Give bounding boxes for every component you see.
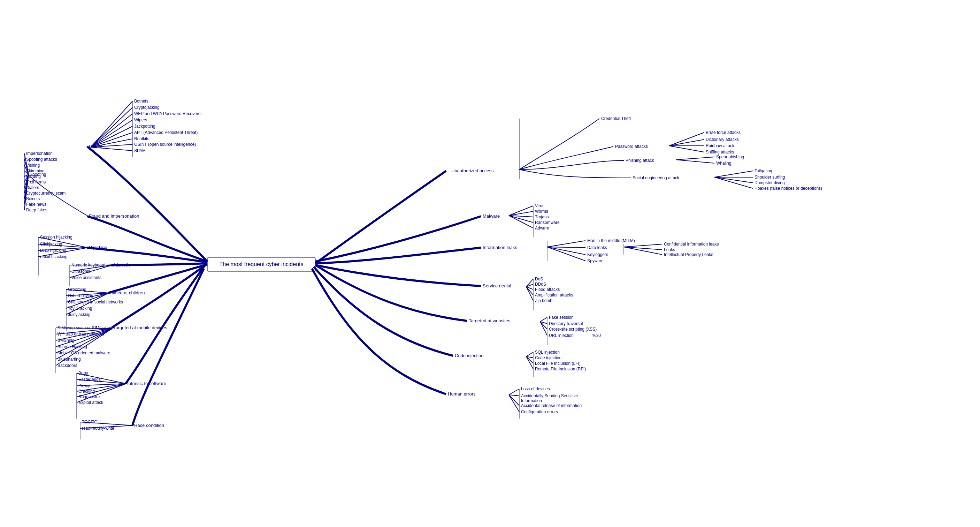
label-wep: WEP and WPA Password Recoverer xyxy=(134,111,202,116)
label-wifitrap: Wifi trap or trap networks xyxy=(57,332,104,337)
label-ip: Intellectual Property Leaks xyxy=(664,252,713,257)
label-challenges: Challenges in social networks xyxy=(68,300,123,305)
label-dos: DoS xyxy=(535,276,543,281)
line-keyloggers xyxy=(547,247,585,255)
label-sniffing: Sniffing attacks xyxy=(706,150,734,155)
line-bruteforce xyxy=(669,133,704,146)
line-credential xyxy=(519,118,600,169)
label-dumpster: Dumpster diving xyxy=(754,180,785,185)
line-wep xyxy=(91,114,132,147)
line-cryptojacking xyxy=(91,107,132,147)
label-trojans: Trojans xyxy=(535,214,549,219)
label-spam: SPAM xyxy=(134,148,146,153)
label-config: Configuration errors xyxy=(521,409,558,414)
line-sniffing xyxy=(669,146,704,152)
label-accrelease: Accidental release of information xyxy=(521,403,582,408)
label-fakesession: Fake session xyxy=(549,315,574,320)
mindmap: The most frequent cyber incidents Unauth… xyxy=(0,0,980,527)
label-confidential: Confidential information leaks xyxy=(664,242,719,247)
line-dictionary xyxy=(669,139,704,146)
center-label: The most frequent cyber incidents xyxy=(219,261,303,267)
label-websites: Targeted at websites xyxy=(469,318,511,323)
line-dumpster xyxy=(714,177,753,183)
label-clickjacking: Clickjacking xyxy=(40,242,62,247)
label-rfi: Remote File Inclusion (RFI) xyxy=(535,367,586,371)
label-codeinjection: Code injection xyxy=(455,353,484,358)
line-config xyxy=(509,395,519,412)
label-credential: Credential Theft xyxy=(601,116,631,121)
label-mitm: Man in the middle (MITM) xyxy=(587,238,635,243)
label-lossdevices: Loss of devices xyxy=(521,386,550,391)
label-piracy: Piracy xyxy=(78,383,90,388)
label-phishing: Phishing attack xyxy=(625,158,654,163)
line-tailgating xyxy=(714,171,753,177)
label-deepfakes: Deep fakes xyxy=(26,208,48,212)
line-others xyxy=(87,147,207,262)
label-intrinsic: Intrinsic to software xyxy=(127,381,166,386)
line-worms xyxy=(509,211,533,216)
label-mobilemalware: Mobile OS oriented malware xyxy=(57,351,110,355)
label-mobile: Targeted at mobile devices xyxy=(113,325,167,330)
line-sqlinjection xyxy=(526,352,533,356)
label-tailgating: Tailgating xyxy=(754,168,772,173)
line-denial xyxy=(315,265,481,286)
label-unauthorized: Unauthorized access xyxy=(451,168,494,173)
label-whaling: Whaling xyxy=(716,161,731,166)
label-grooming: Grooming xyxy=(68,287,86,292)
label-sessionhijack: Session hijacking xyxy=(40,235,73,240)
label-trollfarms: Troll farms xyxy=(26,180,46,185)
label-ultrasonic: Ultrasonic xyxy=(72,269,90,274)
label-readmodify: read-modify-write xyxy=(82,426,114,431)
label-keyloggers: Keyloggers xyxy=(587,252,608,257)
label-emailhijack: eMail hijacking xyxy=(40,254,68,259)
line-dataleaks xyxy=(547,247,585,248)
label-social: Social engineering attack xyxy=(633,176,679,180)
line-sendsensitive xyxy=(509,395,519,396)
label-sqlinjection: SQL injection xyxy=(535,350,560,355)
label-sendsensitive: Accidentally Sending Sensitive xyxy=(521,393,578,398)
label-hijacking: Hijacking xyxy=(89,245,107,250)
label-botnets: Botnets xyxy=(134,99,148,104)
line-codeinjection xyxy=(313,267,453,356)
label-humanerrors: Human errors xyxy=(448,391,476,396)
line-spear xyxy=(676,157,714,160)
label-osint: OSINT (open source intelligence) xyxy=(134,142,196,147)
label-dialers: Dialers xyxy=(26,185,39,190)
label-backdoors: Backdoors xyxy=(57,363,77,368)
label-jackpotting: Jackpotting xyxy=(134,124,156,129)
label-virus: Virus xyxy=(535,203,544,208)
label-bruteforce: Brute force attacks xyxy=(706,130,741,135)
label-codeinjection2: Code injection xyxy=(535,355,562,360)
line-virus xyxy=(509,206,533,216)
label-rainbow: Rainbow attack xyxy=(706,143,735,148)
label-sendsensitive2: Information xyxy=(521,398,542,403)
label-eastereggs: Easter eggs xyxy=(78,377,101,382)
label-race: Race condition xyxy=(134,423,164,428)
line-unauthorized xyxy=(315,171,446,264)
label-directory: Directory traversal xyxy=(549,321,583,326)
line-malware xyxy=(315,216,481,262)
label-bluesnarfing: Bluesnarfing xyxy=(57,357,81,362)
label-spear: Spear phishing xyxy=(716,155,744,160)
label-wipers: Wipers xyxy=(134,118,147,122)
label-voiceassistants: Voice assistants xyxy=(72,275,102,280)
label-urlinjection: URL injection xyxy=(549,333,574,338)
label-cryptoscam: Cryptocurrency scam xyxy=(26,191,65,196)
label-toycracking: Toy Cracking xyxy=(68,306,92,311)
label-rootkits: Rootkits xyxy=(134,136,149,141)
label-fraud: Fraud and impersonation xyxy=(89,214,139,219)
label-zipbomb: Zip bomb xyxy=(535,298,552,303)
label-children: Aimed at children xyxy=(110,290,145,295)
label-skimming: Skimming xyxy=(26,168,45,173)
label-flood: Flood attacks xyxy=(535,287,560,292)
label-numerickeyboard: Numeric keyboard sounds xyxy=(72,263,120,268)
line-mitm xyxy=(547,241,585,247)
label-infoleak: Information leaks xyxy=(483,245,517,250)
label-vishing: Vishing xyxy=(26,163,40,168)
label-shoulder: Shoulder surfing xyxy=(754,175,785,180)
label-malware: Malware xyxy=(483,214,500,219)
label-impersonation: Impersonation xyxy=(26,151,52,156)
label-lfi: Local File Inclusion (LFI) xyxy=(535,361,581,366)
line-fakesession xyxy=(540,318,547,322)
label-boicots: Boicots xyxy=(26,196,40,201)
